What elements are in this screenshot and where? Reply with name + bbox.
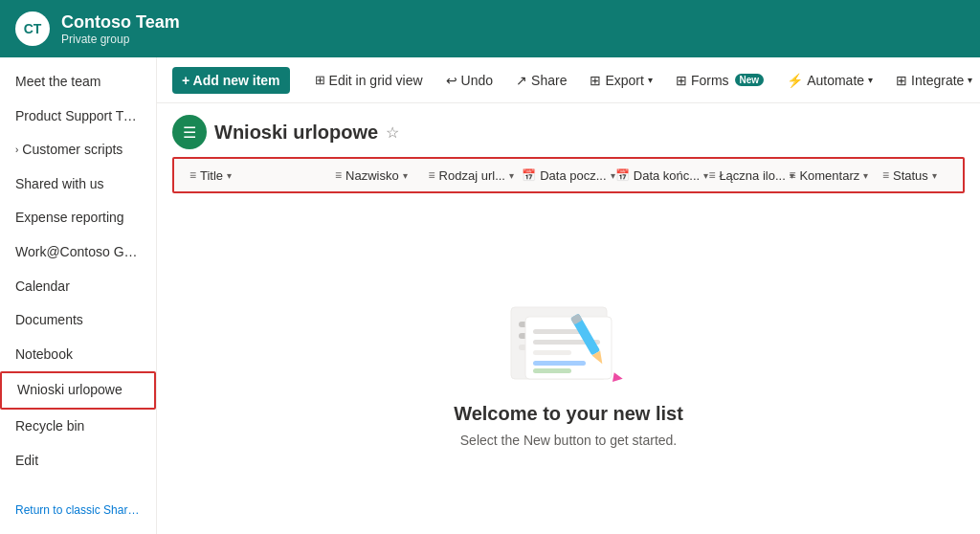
export-chevron-icon: ▾ <box>648 75 653 85</box>
export-icon: ⊞ <box>590 73 601 88</box>
sidebar-item-recycle-bin[interactable]: Recycle bin <box>0 410 156 444</box>
group-type: Private group <box>61 33 180 46</box>
undo-icon: ↩ <box>446 73 457 88</box>
col-nazwisko-icon: ≡ <box>335 168 342 182</box>
forms-icon: ⊞ <box>676 73 687 88</box>
edit-grid-view-button[interactable]: ⊞ Edit in grid view <box>305 67 433 94</box>
automate-icon: ⚡ <box>787 73 803 88</box>
export-button[interactable]: ⊞ Export ▾ <box>580 67 661 94</box>
integrate-icon: ⊞ <box>896 73 907 88</box>
col-header-laczna[interactable]: ≡ Łączna ilo... ▾ <box>701 165 781 187</box>
favorite-star-icon[interactable]: ☆ <box>386 123 399 142</box>
app-header: CT Contoso Team Private group <box>0 0 980 57</box>
return-classic-link[interactable]: Return to classic SharePoint <box>0 495 157 526</box>
chevron-right-icon: › <box>15 144 18 157</box>
col-title-icon: ≡ <box>189 168 196 182</box>
forms-button[interactable]: ⊞ Forms New <box>666 67 773 94</box>
svg-rect-7 <box>533 350 571 355</box>
col-rodzaj-icon: ≡ <box>429 168 435 182</box>
sidebar-item-wnioski-urlopowe[interactable]: Wnioski urlopowe <box>0 371 156 410</box>
sidebar-item-product-support[interactable]: Product Support Tracker <box>0 100 156 134</box>
share-button[interactable]: ↗ Share <box>506 67 576 94</box>
toolbar: + Add new item ⊞ Edit in grid view ↩ Und… <box>157 57 980 103</box>
integrate-chevron-icon: ▾ <box>968 75 972 85</box>
col-komentarz-label: Komentarz <box>799 168 859 183</box>
welcome-illustration <box>492 288 645 403</box>
sidebar-item-meet-team[interactable]: Meet the team <box>0 65 156 100</box>
col-header-komentarz[interactable]: ≡ Komentarz ▾ <box>781 165 875 187</box>
sidebar-item-calendar[interactable]: Calendar <box>0 270 156 304</box>
col-status-icon: ≡ <box>882 168 889 182</box>
col-komentarz-icon: ≡ <box>789 168 795 182</box>
sidebar-item-edit[interactable]: Edit <box>0 444 156 478</box>
sidebar: Meet the team Product Support Tracker › … <box>0 57 157 534</box>
col-komentarz-sort-icon: ▾ <box>863 170 868 181</box>
col-datakonc-label: Data końc... <box>634 168 700 183</box>
col-laczna-icon: ≡ <box>708 168 715 182</box>
grid-icon: ⊞ <box>315 73 325 87</box>
col-datapocz-icon: 📅 <box>522 168 536 182</box>
col-title-label: Title <box>200 168 223 183</box>
sidebar-item-customer-scripts[interactable]: › Customer scripts <box>0 133 156 167</box>
col-header-status[interactable]: ≡ Status ▾ <box>875 165 955 187</box>
forms-new-badge: New <box>735 74 765 86</box>
col-header-title[interactable]: ≡ Title ▾ <box>182 165 327 187</box>
empty-state: Welcome to your new list Select the New … <box>157 201 980 534</box>
col-header-rodzaj[interactable]: ≡ Rodzaj url... ▾ <box>421 165 515 187</box>
header-info: Contoso Team Private group <box>61 12 180 46</box>
sidebar-item-notebook[interactable]: Notebook <box>0 338 156 372</box>
svg-rect-8 <box>533 361 586 366</box>
undo-button[interactable]: ↩ Undo <box>436 67 502 94</box>
share-icon: ↗ <box>516 73 527 88</box>
sidebar-item-shared-with-us[interactable]: Shared with us <box>0 167 156 202</box>
empty-state-subtitle: Select the New button to get started. <box>460 433 677 448</box>
col-title-sort-icon: ▾ <box>227 170 232 181</box>
col-datapocz-label: Data pocz... <box>540 168 606 183</box>
content-area: + Add new item ⊞ Edit in grid view ↩ Und… <box>157 57 980 534</box>
sidebar-item-work-guides[interactable]: Work@Contoso Guides <box>0 235 156 270</box>
team-name: Contoso Team <box>61 12 180 33</box>
list-header: ☰ Wnioski urlopowe ☆ <box>157 103 980 157</box>
col-datakonc-icon: 📅 <box>615 168 630 182</box>
empty-state-title: Welcome to your new list <box>454 403 683 425</box>
sidebar-item-expense-reporting[interactable]: Expense reporting <box>0 201 156 235</box>
integrate-button[interactable]: ⊞ Integrate ▾ <box>886 67 980 94</box>
automate-chevron-icon: ▾ <box>868 75 873 85</box>
add-new-item-button[interactable]: + Add new item <box>172 67 290 94</box>
col-status-label: Status <box>893 168 928 183</box>
column-headers: ≡ Title ▾ ≡ Nazwisko ▾ ≡ Rodzaj url... ▾… <box>172 157 965 193</box>
col-nazwisko-label: Nazwisko <box>345 168 399 183</box>
team-avatar: CT <box>15 11 50 46</box>
col-status-sort-icon: ▾ <box>932 170 937 181</box>
col-nazwisko-sort-icon: ▾ <box>403 170 408 181</box>
list-icon: ☰ <box>172 115 207 149</box>
col-header-nazwisko[interactable]: ≡ Nazwisko ▾ <box>327 165 421 187</box>
automate-button[interactable]: ⚡ Automate ▾ <box>777 67 882 94</box>
col-header-data-konc[interactable]: 📅 Data końc... ▾ <box>608 165 702 187</box>
col-laczna-label: Łączna ilo... <box>719 168 785 183</box>
svg-rect-9 <box>533 368 571 373</box>
col-rodzaj-label: Rodzaj url... <box>439 168 505 183</box>
list-title: Wnioski urlopowe <box>214 122 378 144</box>
col-header-data-pocz[interactable]: 📅 Data pocz... ▾ <box>514 165 608 187</box>
sidebar-item-documents[interactable]: Documents <box>0 303 156 338</box>
